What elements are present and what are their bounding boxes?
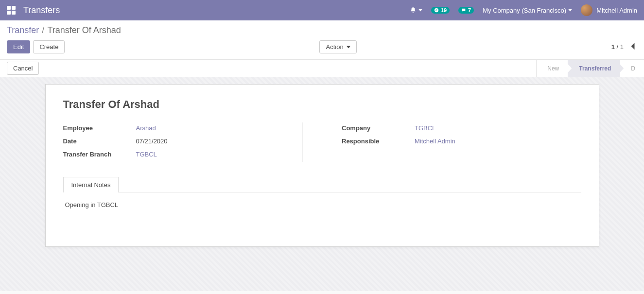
activity-indicator[interactable]: 19 (431, 7, 450, 14)
cancel-button[interactable]: Cancel (7, 62, 39, 75)
edit-button[interactable]: Edit (7, 40, 30, 53)
date-value: 07/21/2020 (136, 138, 168, 145)
pager: 1 / 1 (611, 41, 637, 53)
user-label: Mitchell Admin (596, 7, 637, 14)
company-field-label: Company (342, 124, 415, 132)
chat-icon (461, 8, 466, 13)
messages-indicator[interactable]: 7 (458, 7, 474, 14)
internal-notes-content: Opening in TGBCL (63, 192, 581, 217)
avatar (581, 4, 592, 16)
top-navbar: Transfers 19 7 My Company (San Francisco… (0, 0, 644, 20)
bell-icon (410, 7, 417, 14)
branch-label: Transfer Branch (63, 151, 136, 158)
field-grid: Employee Arshad Date 07/21/2020 Transfer… (63, 122, 581, 162)
employee-value[interactable]: Arshad (136, 124, 156, 132)
action-dropdown[interactable]: Action (319, 40, 356, 53)
form-sheet: Transfer Of Arshad Employee Arshad Date … (45, 84, 599, 247)
activity-count: 19 (441, 7, 447, 13)
field-col-left: Employee Arshad Date 07/21/2020 Transfer… (63, 122, 303, 162)
notifications-button[interactable] (410, 7, 422, 14)
field-responsible: Responsible Mitchell Admin (342, 136, 562, 149)
messages-badge: 7 (458, 7, 474, 14)
field-employee: Employee Arshad (63, 122, 283, 136)
date-label: Date (63, 138, 136, 145)
employee-label: Employee (63, 124, 136, 132)
breadcrumb-separator: / (42, 25, 44, 35)
tab-internal-notes[interactable]: Internal Notes (63, 177, 119, 192)
branch-value[interactable]: TGBCL (136, 151, 157, 158)
breadcrumb: Transfer / Transfer Of Arshad (7, 25, 637, 35)
activity-badge: 19 (431, 7, 450, 14)
field-col-right: Company TGBCL Responsible Mitchell Admin (342, 122, 581, 162)
form-view-background: Transfer Of Arshad Employee Arshad Date … (0, 77, 644, 291)
user-menu[interactable]: Mitchell Admin (581, 4, 637, 16)
field-date: Date 07/21/2020 (63, 136, 283, 149)
control-bar: Transfer / Transfer Of Arshad Edit Creat… (0, 20, 644, 60)
pager-count: 1 / 1 (611, 43, 624, 51)
company-label: My Company (San Francisco) (483, 7, 566, 14)
responsible-value[interactable]: Mitchell Admin (415, 138, 455, 145)
messages-count: 7 (468, 7, 471, 13)
stage-pipeline: New Transferred D (536, 60, 644, 77)
create-button[interactable]: Create (33, 40, 65, 53)
caret-down-icon (418, 8, 422, 12)
breadcrumb-current: Transfer Of Arshad (47, 25, 121, 35)
caret-down-icon (347, 45, 350, 49)
caret-down-icon (568, 8, 572, 12)
record-title: Transfer Of Arshad (63, 98, 581, 111)
stage-new[interactable]: New (536, 60, 568, 77)
chevron-left-icon (630, 43, 635, 50)
field-branch: Transfer Branch TGBCL (63, 149, 283, 162)
app-brand[interactable]: Transfers (23, 5, 60, 16)
company-field-value[interactable]: TGBCL (415, 124, 435, 132)
responsible-label: Responsible (342, 138, 415, 145)
field-company: Company TGBCL (342, 122, 562, 136)
action-label: Action (326, 43, 343, 51)
tab-bar: Internal Notes (63, 176, 581, 192)
pager-prev[interactable] (628, 41, 637, 53)
clock-icon (434, 8, 439, 13)
stage-transferred[interactable]: Transferred (568, 60, 620, 77)
breadcrumb-root[interactable]: Transfer (7, 25, 39, 35)
apps-icon[interactable] (7, 6, 16, 15)
company-switcher[interactable]: My Company (San Francisco) (483, 7, 572, 14)
status-bar: Cancel New Transferred D (0, 60, 644, 77)
